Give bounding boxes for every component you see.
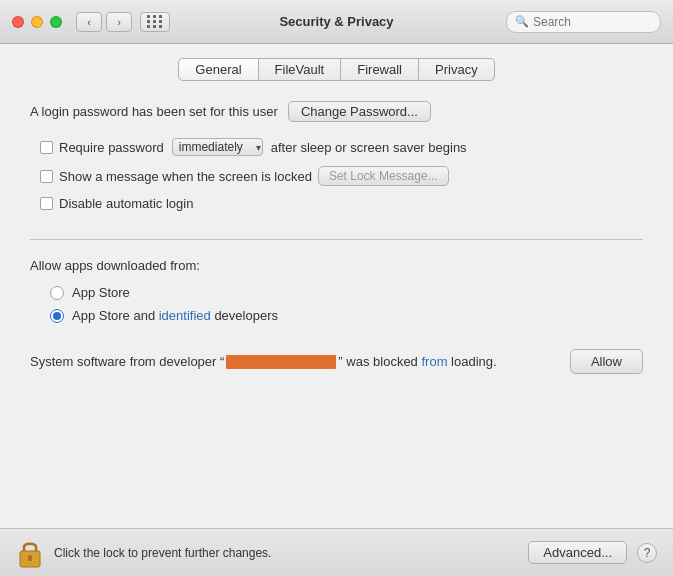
blocked-text: System software from developer “” was bl… [30, 352, 558, 372]
require-password-label: Require password [59, 140, 164, 155]
grid-view-button[interactable] [140, 12, 170, 32]
app-store-identified-radio-row: App Store and identified developers [30, 308, 643, 323]
window-title: Security & Privacy [279, 14, 393, 29]
blocked-section: System software from developer “” was bl… [30, 349, 643, 374]
search-box[interactable]: 🔍 [506, 11, 661, 33]
show-message-row: Show a message when the screen is locked… [30, 166, 643, 186]
svg-point-2 [28, 555, 32, 559]
tab-general[interactable]: General [178, 58, 258, 81]
app-store-label: App Store [72, 285, 130, 300]
identified-highlight: identified [159, 308, 211, 323]
tab-privacy[interactable]: Privacy [419, 58, 495, 81]
allow-apps-title: Allow apps downloaded from: [30, 258, 643, 273]
app-store-identified-radio[interactable] [50, 309, 64, 323]
help-button[interactable]: ? [637, 543, 657, 563]
require-password-row: Require password immediately after sleep… [30, 138, 643, 156]
login-row: A login password has been set for this u… [30, 101, 643, 122]
minimize-button[interactable] [31, 16, 43, 28]
allow-button[interactable]: Allow [570, 349, 643, 374]
search-input[interactable] [533, 15, 652, 29]
blocked-text-before: System software from developer “ [30, 354, 224, 369]
disable-login-label: Disable automatic login [59, 196, 193, 211]
developer-name-bar [226, 355, 336, 369]
title-bar: ‹ › Security & Privacy 🔍 [0, 0, 673, 44]
app-store-identified-label: App Store and identified developers [72, 308, 278, 323]
advanced-button[interactable]: Advanced... [528, 541, 627, 564]
content-area: A login password has been set for this u… [0, 91, 673, 528]
from-text: from [421, 354, 447, 369]
grid-icon [147, 15, 163, 28]
tab-filevault[interactable]: FileVault [259, 58, 342, 81]
search-icon: 🔍 [515, 15, 529, 28]
close-button[interactable] [12, 16, 24, 28]
after-sleep-label: after sleep or screen saver begins [271, 140, 467, 155]
app-store-radio-row: App Store [30, 285, 643, 300]
set-lock-message-button[interactable]: Set Lock Message... [318, 166, 449, 186]
tab-firewall[interactable]: Firewall [341, 58, 419, 81]
nav-buttons: ‹ › [76, 12, 132, 32]
login-text: A login password has been set for this u… [30, 104, 278, 119]
maximize-button[interactable] [50, 16, 62, 28]
loading-text: loading. [451, 354, 497, 369]
app-store-radio[interactable] [50, 286, 64, 300]
section-divider [30, 239, 643, 240]
tabs-row: General FileVault Firewall Privacy [0, 44, 673, 91]
main-content: General FileVault Firewall Privacy A log… [0, 44, 673, 576]
disable-login-checkbox[interactable] [40, 197, 53, 210]
disable-login-row: Disable automatic login [30, 196, 643, 211]
require-password-checkbox[interactable] [40, 141, 53, 154]
password-timing-select[interactable]: immediately [172, 138, 263, 156]
change-password-button[interactable]: Change Password... [288, 101, 431, 122]
traffic-lights [12, 16, 62, 28]
show-message-checkbox[interactable] [40, 170, 53, 183]
blocked-text-after: ” was blocked [338, 354, 417, 369]
back-button[interactable]: ‹ [76, 12, 102, 32]
bottom-bar: Click the lock to prevent further change… [0, 528, 673, 576]
password-timing-wrapper: immediately [170, 138, 265, 156]
lock-text: Click the lock to prevent further change… [54, 546, 528, 560]
forward-button[interactable]: › [106, 12, 132, 32]
show-message-label: Show a message when the screen is locked [59, 169, 312, 184]
lock-icon[interactable] [16, 537, 44, 569]
